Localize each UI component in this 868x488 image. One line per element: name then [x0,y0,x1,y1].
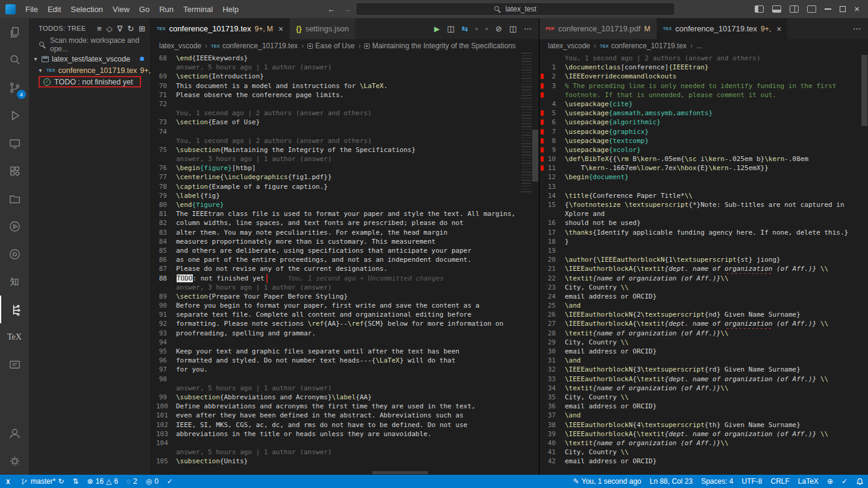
editor-1[interactable]: 68\end{IEEEkeywords}answer, 5 hours ago … [151,52,539,475]
problems-item[interactable]: ⊗16 △6 [83,475,122,488]
latex-sync-icon[interactable]: ⇆ [462,24,468,33]
open-preview-icon[interactable]: ◫ [447,24,454,33]
todo-tree-icon[interactable] [0,296,29,323]
filter-icon[interactable]: ∇ [117,24,122,33]
project-folder-icon[interactable] [0,185,29,212]
accounts-icon[interactable] [0,419,29,447]
scrollbar-vertical-1[interactable] [532,52,539,475]
expand-all-icon[interactable]: ⊞ [139,24,145,33]
prev-change-icon[interactable]: ◦ [476,24,479,33]
editor-2[interactable]: You, 1 second ago | 2 authors (answer an… [539,52,868,475]
pdf-file-icon: PDF [546,26,555,31]
menu-view[interactable]: View [108,0,134,18]
code-text: You, 1 second ago | 2 authors (answer an… [176,136,539,145]
breadcrumb-item[interactable]: Maintaining the Integrity of the Specifi… [364,42,515,50]
customize-layout-icon[interactable] [807,5,816,13]
close-button[interactable]: × [854,6,860,12]
notifications-item[interactable] [852,475,868,488]
breadcrumb-item[interactable]: latex_vscode [159,42,201,50]
split-editor-icon[interactable]: ◫ [509,24,517,33]
scrollbar-horizontal-1[interactable] [373,471,428,474]
menu-run[interactable]: Run [154,0,178,18]
cursor-position-item[interactable]: Ln 88, Col 23 [646,475,697,488]
more-actions-icon[interactable]: ⋯ [853,24,861,33]
breadcrumb-item[interactable]: Ease of Use [307,42,354,50]
more-actions-icon[interactable]: ⋯ [524,24,532,33]
latex-workshop-icon[interactable]: TeX [0,323,29,351]
prettier-status-item[interactable]: ✓ [837,475,852,488]
breadcrumb-item[interactable]: ... [696,42,702,50]
breadcrumb-item[interactable]: latex_vscode [548,42,590,50]
code-text: % The preceding line is only needed to i… [565,81,868,90]
menu-file[interactable]: File [20,0,43,18]
tree-item-workspace[interactable]: ▾ latex_test/latex_vscode [29,53,150,65]
whiteboard-icon[interactable] [0,351,29,379]
view-as-list-icon[interactable]: ≡ [97,24,102,33]
tab-conference_101719.pdf[interactable]: PDFconference_101719.pdfM [539,18,657,39]
settings-gear-icon[interactable] [0,447,29,475]
toggle-secondary-sidebar-icon[interactable] [790,5,799,13]
remote-indicator[interactable] [0,475,16,488]
breadcrumb-item[interactable]: TEXconference_101719.tex [211,42,298,50]
indentation-item[interactable]: Spaces: 4 [697,475,737,488]
menu-edit[interactable]: Edit [43,0,66,18]
menu-terminal[interactable]: Terminal [178,0,218,18]
live-share-item[interactable]: ⊕ [823,475,837,488]
tab-conference_101719.tex[interactable]: TEXconference_101719.tex9+,× [657,18,788,39]
tree-item-file[interactable]: ▾ TEX conference_101719.tex 9+, M [29,65,150,76]
close-icon[interactable]: × [278,24,283,34]
refresh-icon[interactable]: ↻ [127,24,134,33]
git-change-marker [539,90,545,100]
nav-forward-icon[interactable]: → [339,5,356,14]
toggle-panel-icon[interactable] [772,5,781,13]
explorer-icon[interactable] [0,18,29,46]
publish-item[interactable]: ⇅ [68,475,83,488]
menu-help[interactable]: Help [218,0,244,18]
code-text: email address or ORCID} [565,457,868,466]
search-view-icon[interactable] [0,46,29,74]
toggle-sidebar-icon[interactable] [755,5,764,13]
code-line: 40\textit{name of organization (of Aff.)… [539,439,868,448]
code-text: proofreading, spelling and grammar. [176,329,539,338]
line-number: 1 [545,63,565,72]
next-change-icon[interactable]: ◦ [485,24,488,33]
maximize-button[interactable] [840,6,846,12]
encoding-item[interactable]: UTF-8 [738,475,767,488]
chevron-down-icon: ▾ [37,67,43,74]
close-icon[interactable]: × [776,24,781,34]
source-control-icon[interactable]: 4 [0,74,29,101]
run-build-button[interactable]: ▶ [434,25,439,33]
line-number: 92 [156,319,176,328]
tree-item-todo[interactable]: ✓ TODO : not finished yet [29,76,150,87]
play-circle-icon[interactable] [0,212,29,240]
line-number [156,109,176,118]
tags-icon[interactable]: ◇ [106,24,112,33]
task-status-item[interactable]: ✓ [163,475,177,488]
remote-explorer-icon[interactable] [0,129,29,157]
menu-go[interactable]: Go [134,0,154,18]
dictionary-extension-icon[interactable]: 知 [0,268,29,296]
ports-item[interactable]: ◎0 [142,475,163,488]
tab-settings.json[interactable]: {}settings.json [290,18,356,39]
menu-selection[interactable]: Selection [66,0,107,18]
tab-conference_101719.tex[interactable]: TEXconference_101719.tex9+, M× [151,18,290,39]
code-text: \IEEEauthorblockA{\textit{dept. name of … [565,264,868,273]
run-debug-icon[interactable] [0,101,29,129]
eol-item[interactable]: CRLF [767,475,794,488]
scan-mode-row[interactable]: Scan mode: workspace and ope... [29,39,150,51]
discard-icon[interactable]: ⊘ [495,24,502,33]
scrollbar-vertical-2[interactable] [861,52,868,475]
extensions-icon[interactable] [0,157,29,185]
line-number: 104 [156,439,176,448]
command-center-search[interactable]: latex_test [356,2,675,16]
language-mode-item[interactable]: LaTeX [794,475,823,488]
code-text: \IEEEauthorblockA{\textit{dept. name of … [565,429,868,439]
git-branch-item[interactable]: master*↻ [16,475,68,488]
record-circle-icon[interactable] [0,240,29,268]
breadcrumb-item[interactable]: TEXconference_101719.tex [600,42,687,50]
breadcrumbs-2: latex_vscode›TEXconference_101719.tex›..… [539,39,868,52]
nav-back-icon[interactable]: ← [323,5,339,14]
minimize-button[interactable] [825,8,831,9]
blame-status-item[interactable]: ✎You, 1 second ago [569,475,646,488]
info-count-item[interactable]: ◌2 [122,475,142,488]
